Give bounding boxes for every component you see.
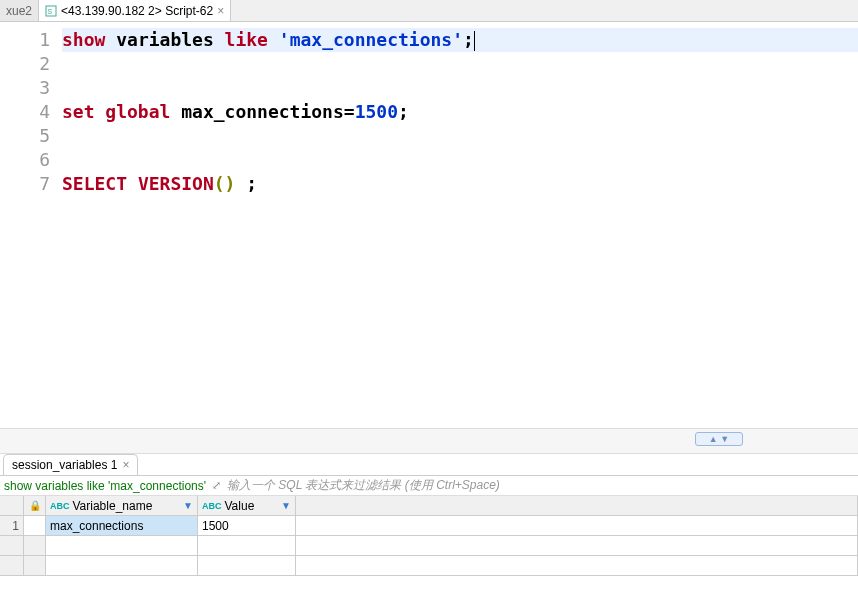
- code-token: [235, 173, 246, 194]
- empty-cell: [46, 536, 198, 556]
- code-token: (): [214, 173, 236, 194]
- executed-sql-text: show variables like 'max_connections': [4, 479, 206, 493]
- empty-cell: [24, 556, 46, 576]
- code-token: [127, 173, 138, 194]
- empty-cell: [24, 536, 46, 556]
- sql-editor: 1234567 show variables like 'max_connect…: [0, 22, 858, 428]
- code-token: show: [62, 29, 105, 50]
- pin-cell[interactable]: [24, 516, 46, 536]
- code-line[interactable]: SELECT VERSION() ;: [62, 172, 858, 196]
- empty-cell: [296, 536, 858, 556]
- code-token: like: [225, 29, 268, 50]
- code-token: 'max_connections': [279, 29, 463, 50]
- result-tabs-bar: session_variables 1 ×: [0, 454, 858, 476]
- cell-value[interactable]: 1500: [198, 516, 296, 536]
- sql-file-icon: S: [45, 5, 57, 17]
- svg-text:S: S: [48, 8, 53, 15]
- code-token: max_connections=: [181, 101, 354, 122]
- code-token: 1500: [355, 101, 398, 122]
- code-token: [170, 101, 181, 122]
- text-type-icon: ABC: [202, 501, 222, 511]
- empty-cell: [0, 536, 24, 556]
- empty-cell: [198, 536, 296, 556]
- line-number: 2: [0, 52, 50, 76]
- table-row[interactable]: 1max_connections1500: [0, 516, 858, 536]
- pin-column-header[interactable]: 🔒: [24, 496, 46, 516]
- empty-cell: [46, 556, 198, 576]
- grid-header-row: 🔒 ABC Variable_name ▼ ABC Value ▼: [0, 496, 858, 516]
- tab-label: xue2: [6, 4, 32, 18]
- column-label: Value: [225, 499, 255, 513]
- editor-tab-active[interactable]: S <43.139.90.182 2> Script-62 ×: [39, 0, 231, 21]
- empty-cell: [296, 556, 858, 576]
- code-token: [95, 101, 106, 122]
- line-number: 1: [0, 28, 50, 52]
- code-token: [268, 29, 279, 50]
- text-type-icon: ABC: [50, 501, 70, 511]
- line-number: 4: [0, 100, 50, 124]
- code-token: ;: [463, 29, 474, 50]
- code-token: variables: [116, 29, 214, 50]
- code-line[interactable]: [62, 76, 858, 100]
- sort-arrow-icon[interactable]: ▼: [281, 500, 291, 511]
- cell-variable-name[interactable]: max_connections: [46, 516, 198, 536]
- close-icon[interactable]: ×: [122, 459, 129, 471]
- column-label: Variable_name: [73, 499, 153, 513]
- lock-icon: 🔒: [29, 500, 41, 511]
- line-number: 6: [0, 148, 50, 172]
- panel-divider[interactable]: ▲ ▼: [0, 428, 858, 454]
- editor-tab-inactive[interactable]: xue2: [0, 0, 39, 21]
- line-number: 3: [0, 76, 50, 100]
- code-line[interactable]: [62, 124, 858, 148]
- filter-input[interactable]: 输入一个 SQL 表达式来过滤结果 (使用 Ctrl+Space): [227, 477, 500, 494]
- row-number-cell[interactable]: 1: [0, 516, 24, 536]
- code-token: SELECT: [62, 173, 127, 194]
- result-tab[interactable]: session_variables 1 ×: [3, 454, 138, 475]
- code-token: global: [105, 101, 170, 122]
- close-icon[interactable]: ×: [217, 5, 224, 17]
- code-token: ;: [398, 101, 409, 122]
- code-token: VERSION: [138, 173, 214, 194]
- cell-empty: [296, 516, 858, 536]
- code-line[interactable]: [62, 52, 858, 76]
- collapse-handle-icon[interactable]: ▲ ▼: [695, 432, 743, 446]
- code-token: set: [62, 101, 95, 122]
- row-number-header[interactable]: [0, 496, 24, 516]
- table-row-empty: [0, 556, 858, 576]
- empty-cell: [0, 556, 24, 576]
- grid-body: 1max_connections1500: [0, 516, 858, 576]
- code-area[interactable]: show variables like 'max_connections';se…: [62, 22, 858, 428]
- table-row-empty: [0, 536, 858, 556]
- line-number: 7: [0, 172, 50, 196]
- column-header-empty: [296, 496, 858, 516]
- line-number-gutter: 1234567: [0, 22, 62, 428]
- code-line[interactable]: set global max_connections=1500;: [62, 100, 858, 124]
- code-token: [214, 29, 225, 50]
- code-token: [105, 29, 116, 50]
- text-cursor: [474, 31, 475, 51]
- code-line[interactable]: show variables like 'max_connections';: [62, 28, 858, 52]
- code-line[interactable]: [62, 148, 858, 172]
- editor-tabs-bar: xue2 S <43.139.90.182 2> Script-62 ×: [0, 0, 858, 22]
- tab-label: <43.139.90.182 2> Script-62: [61, 4, 213, 18]
- empty-cell: [198, 556, 296, 576]
- expand-icon[interactable]: ⤢: [212, 479, 221, 492]
- column-header-variable-name[interactable]: ABC Variable_name ▼: [46, 496, 198, 516]
- sort-arrow-icon[interactable]: ▼: [183, 500, 193, 511]
- code-token: ;: [246, 173, 257, 194]
- column-header-value[interactable]: ABC Value ▼: [198, 496, 296, 516]
- result-tab-label: session_variables 1: [12, 458, 117, 472]
- results-grid: 🔒 ABC Variable_name ▼ ABC Value ▼ 1max_c…: [0, 496, 858, 576]
- line-number: 5: [0, 124, 50, 148]
- result-info-bar: show variables like 'max_connections' ⤢ …: [0, 476, 858, 496]
